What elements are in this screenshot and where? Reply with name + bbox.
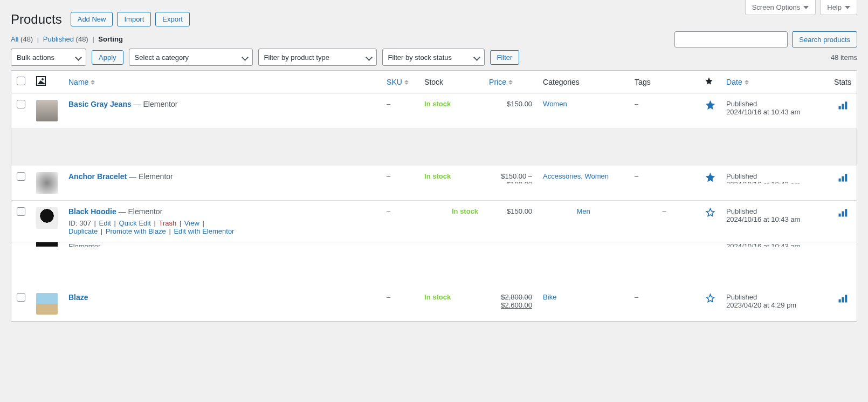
stats-link[interactable] bbox=[837, 212, 848, 220]
edit-with-elementor-link[interactable]: Edit with Elementor bbox=[174, 227, 234, 235]
tags-value: – bbox=[635, 293, 638, 301]
caret-down-icon bbox=[845, 6, 850, 9]
search-input[interactable] bbox=[674, 31, 788, 47]
elementor-tag: — Elementor bbox=[132, 100, 178, 108]
product-thumbnail[interactable] bbox=[36, 172, 58, 194]
sort-icon bbox=[508, 80, 513, 85]
sort-icon bbox=[404, 80, 409, 85]
row-checkbox[interactable] bbox=[17, 293, 25, 302]
date-value: 2023/04/20 at 4:29 pm bbox=[726, 301, 823, 309]
add-new-button[interactable]: Add New bbox=[71, 12, 113, 26]
tags-value: – bbox=[635, 100, 638, 108]
svg-rect-0 bbox=[839, 106, 841, 110]
price-sale: $2,600.00 bbox=[489, 301, 532, 309]
bulk-actions-select[interactable]: Bulk actions bbox=[11, 49, 86, 66]
product-name-link[interactable]: Blaze bbox=[68, 293, 88, 302]
page-title: Products bbox=[11, 11, 62, 28]
col-date[interactable]: Date bbox=[726, 78, 749, 86]
stock-status: In stock bbox=[424, 293, 451, 301]
svg-rect-4 bbox=[842, 176, 844, 182]
row-checkbox[interactable] bbox=[17, 172, 25, 181]
table-row: Anchor Bracelet — Elementor – In stock $… bbox=[11, 166, 857, 201]
import-button[interactable]: Import bbox=[117, 12, 151, 26]
duplicate-link[interactable]: Duplicate bbox=[68, 227, 98, 235]
stock-status-select[interactable]: Filter by stock status bbox=[382, 49, 485, 66]
featured-toggle[interactable] bbox=[705, 297, 715, 305]
price-value-partial: $180.00 bbox=[489, 180, 532, 183]
items-count: 48 items bbox=[831, 53, 857, 62]
product-thumbnail[interactable] bbox=[36, 207, 58, 229]
search-button[interactable]: Search products bbox=[792, 31, 857, 47]
sort-icon bbox=[91, 80, 95, 85]
view-link[interactable]: View bbox=[184, 219, 199, 227]
promote-blaze-link[interactable]: Promote with Blaze bbox=[106, 227, 166, 235]
svg-rect-10 bbox=[842, 297, 844, 303]
stats-link[interactable] bbox=[837, 104, 848, 112]
stock-status: In stock bbox=[424, 100, 451, 108]
filter-all-count: (48) bbox=[20, 35, 33, 43]
stock-status: In stock bbox=[424, 172, 451, 180]
category-select[interactable]: Select a category bbox=[129, 49, 253, 66]
edit-link[interactable]: Edit bbox=[99, 219, 111, 227]
date-value-partial: 2024/10/16 at 10:43 am bbox=[726, 242, 823, 247]
featured-toggle[interactable] bbox=[705, 211, 715, 219]
price-value: $150.00 bbox=[484, 93, 538, 128]
trash-link[interactable]: Trash bbox=[159, 219, 176, 227]
chevron-down-icon bbox=[242, 54, 248, 60]
sku-value: – bbox=[387, 100, 390, 108]
tags-value: – bbox=[635, 172, 638, 180]
col-name[interactable]: Name bbox=[68, 78, 95, 86]
select-all-checkbox[interactable] bbox=[17, 77, 25, 85]
product-name-link[interactable]: Anchor Bracelet bbox=[68, 172, 127, 181]
quick-edit-link[interactable]: Quick Edit bbox=[119, 219, 151, 227]
svg-rect-7 bbox=[842, 212, 844, 217]
category-link[interactable]: Accessories, Women bbox=[543, 172, 609, 180]
star-outline-icon bbox=[705, 293, 715, 303]
help-button[interactable]: Help bbox=[820, 0, 857, 15]
svg-rect-3 bbox=[839, 179, 841, 182]
product-thumbnail[interactable] bbox=[36, 100, 58, 121]
sku-value: – bbox=[387, 172, 390, 180]
product-type-select[interactable]: Filter by product type bbox=[258, 49, 377, 66]
product-name-link[interactable]: Black Hoodie bbox=[68, 207, 116, 216]
filter-sorting-current: Sorting bbox=[98, 35, 123, 43]
filter-published-link[interactable]: Published bbox=[43, 35, 74, 43]
filter-all-link[interactable]: All bbox=[11, 35, 18, 43]
category-link[interactable]: Bike bbox=[543, 293, 556, 301]
stats-link[interactable] bbox=[837, 176, 848, 185]
stock-status: In stock bbox=[452, 207, 478, 215]
row-checkbox[interactable] bbox=[17, 207, 25, 216]
image-column-icon bbox=[36, 76, 46, 86]
row-id: ID: 307 bbox=[68, 219, 91, 227]
stats-link[interactable] bbox=[837, 297, 848, 305]
star-fill-icon bbox=[705, 100, 715, 110]
elementor-tag: — Elementor bbox=[116, 207, 163, 216]
screen-options-button[interactable]: Screen Options bbox=[745, 0, 816, 15]
col-categories: Categories bbox=[538, 71, 629, 93]
sku-value: – bbox=[387, 207, 390, 215]
bar-chart-icon bbox=[837, 207, 848, 218]
bar-chart-icon bbox=[837, 172, 848, 183]
table-row: Elementor 2024/10/16 at 10:43 am bbox=[11, 242, 857, 249]
star-fill-icon bbox=[705, 172, 715, 182]
col-price[interactable]: Price bbox=[489, 78, 513, 86]
date-status: Published bbox=[726, 293, 823, 301]
filter-button[interactable]: Filter bbox=[490, 50, 520, 65]
price-value: $150.00 – bbox=[489, 172, 532, 180]
price-original: $2,800.00 bbox=[489, 293, 532, 301]
svg-rect-6 bbox=[839, 214, 841, 217]
featured-toggle[interactable] bbox=[705, 176, 715, 184]
row-checkbox[interactable] bbox=[17, 100, 25, 108]
date-status: Published bbox=[726, 207, 823, 215]
export-button[interactable]: Export bbox=[155, 12, 190, 26]
table-row: Basic Gray Jeans — Elementor – In stock … bbox=[11, 93, 857, 128]
apply-button[interactable]: Apply bbox=[92, 50, 123, 65]
col-sku[interactable]: SKU bbox=[387, 78, 409, 86]
bar-chart-icon bbox=[837, 293, 848, 304]
date-value: 2024/10/16 at 10:43 am bbox=[726, 215, 823, 223]
featured-toggle[interactable] bbox=[705, 104, 715, 112]
product-name-link[interactable]: Basic Gray Jeans bbox=[68, 100, 132, 108]
category-link[interactable]: Men bbox=[576, 207, 590, 215]
category-link[interactable]: Women bbox=[543, 100, 567, 108]
product-thumbnail[interactable] bbox=[36, 293, 58, 315]
